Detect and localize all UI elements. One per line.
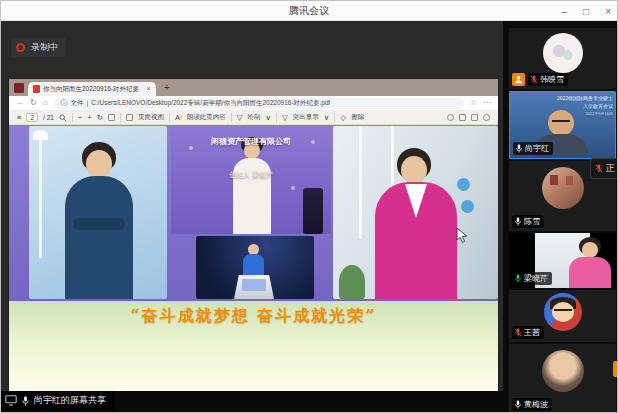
participant-tile-1[interactable]: 韩映雪 [509,28,616,89]
print-icon[interactable] [471,114,478,121]
zoom-out-icon[interactable]: − [78,114,82,122]
participants-sidebar[interactable]: 韩映雪 2022级国际商务专业硕士 入学教育会议 2022年9月16日 尚宇红 [503,21,617,412]
participant-name: 黄梅波 [524,399,548,410]
window-title: 腾讯会议 [1,1,617,21]
mute-tooltip: 正 [590,158,617,179]
avatar [542,167,584,209]
company-caption: 闲猫资产管理有限公司 [171,136,331,147]
erase-icon[interactable]: ◇ [340,114,346,122]
read-aloud-icon[interactable]: A⁾ [175,114,182,122]
tooltip-text: 正 [606,162,615,175]
zoom-in-icon[interactable]: + [87,114,91,122]
info-icon[interactable]: ⓘ [61,98,68,108]
refresh-icon[interactable]: ↻ [30,99,37,107]
mic-on-icon [515,144,523,153]
mic-speaking-icon [514,274,522,283]
url-scheme: 文件 [71,99,84,108]
draw-icon[interactable]: ▽ [237,114,243,122]
tab-title: 你当向阳而生20220916-对外纪要 [43,85,143,94]
photo-tv-show-podium [196,236,314,299]
screen-share-icon [5,395,17,406]
highlight-icon[interactable]: ▽ [282,114,288,122]
page-number-input[interactable]: 2 [26,113,38,122]
participant-tile-4[interactable]: 梁晓芹 [509,233,616,288]
mic-icon [21,396,30,406]
erase-label[interactable]: 擦除 [351,113,364,122]
participant-tile-5[interactable]: 王茜 [509,290,616,342]
host-badge-icon [512,73,525,86]
tab-close-icon[interactable]: × [146,85,151,93]
mic-muted-icon [530,75,538,84]
hand-tool-icon[interactable] [447,114,454,121]
participant-name: 陈雪 [524,216,540,227]
mic-on-icon [514,400,522,409]
participant-tile-6[interactable]: 黄梅波 [509,344,616,413]
participant-name: 梁晓芹 [524,273,548,284]
recording-label: 录制中 [31,41,58,54]
mic-on-icon [514,217,522,226]
virtual-bg-line2: 入学教育会议 [510,103,613,109]
browser-address-bar: ← ↻ ⌂ ⓘ 文件 | C:/Users/LENOVO/Desktop/202… [9,96,498,111]
maximize-button[interactable]: □ [583,6,589,17]
page-total-label: / 21 [43,114,54,121]
mic-muted-icon [514,328,522,337]
participant-name: 尚宇红 [525,143,549,154]
thumbnails-menu-icon[interactable]: ≡ [17,114,21,122]
draw-chevron-icon[interactable]: ∨ [266,114,272,122]
browser-menu-icon[interactable]: ⋯ [483,99,491,107]
pdf-page: 闲猫资产管理有限公司 创始人 梁晓芹 [9,125,498,393]
url-path: C:/Users/LENOVO/Desktop/2022专辑/新学期/你当向阳而… [91,99,330,108]
page-view-label[interactable]: 页面视图 [138,113,164,122]
rotate-icon[interactable]: ↻ [97,114,103,122]
page-view-icon[interactable] [126,114,133,121]
meeting-window: 腾讯会议 – □ × 录制中 你当向阳而生20220916-对外纪要 × + [0,0,618,413]
mouse-cursor [456,227,469,244]
fit-page-icon[interactable] [108,114,115,121]
avatar [544,293,582,331]
share-banner-label: 尚宇红的屏幕共享 [34,394,106,407]
minimize-button[interactable]: – [562,6,568,17]
shared-browser-window: 你当向阳而生20220916-对外纪要 × + ← ↻ ⌂ ⓘ 文件 | C:/… [9,79,498,393]
search-icon[interactable] [59,114,67,122]
mic-muted-icon [595,164,603,173]
close-button[interactable]: × [605,6,611,17]
avatar [543,33,583,73]
notification-sliver [613,361,617,377]
participant-name: 韩映雪 [540,74,564,85]
camera-tripod-silhouette [303,188,323,234]
read-aloud-label[interactable]: 朗读此页内容 [187,113,226,122]
founder-caption: 创始人 梁晓芹 [171,170,331,180]
browser-tab[interactable]: 你当向阳而生20220916-对外纪要 × [28,82,156,96]
url-separator: | [87,100,89,107]
pdf-file-icon [33,85,40,93]
recording-indicator: 录制中 [11,38,66,57]
highlight-label[interactable]: 突出显示 [293,113,319,122]
participant-tile-2-active[interactable]: 2022级国际商务专业硕士 入学教育会议 2022年9月16日 尚宇红 [509,91,616,159]
pdf-toolbar: ≡ 2 / 21 − + ↻ 页面视图 A⁾ 朗读此页内容 ▽ 绘制 ∨ [9,111,498,125]
photo-speaker-on-stage: 闲猫资产管理有限公司 创始人 梁晓芹 [171,126,331,234]
more-tools-icon[interactable] [483,114,490,121]
url-field[interactable]: ⓘ 文件 | C:/Users/LENOVO/Desktop/2022专辑/新学… [54,98,464,109]
save-icon[interactable] [459,114,466,121]
avatar [542,350,584,392]
draw-label[interactable]: 绘制 [248,113,261,122]
virtual-bg-line1: 2022级国际商务专业硕士 [510,95,613,101]
new-tab-button[interactable]: + [164,83,170,93]
photo-woman-pink-blazer [333,126,498,299]
photo-woman-blue-dress [29,126,167,299]
browser-tab-strip: 你当向阳而生20220916-对外纪要 × + [9,79,498,96]
back-icon[interactable]: ← [16,99,24,107]
participant-name: 王茜 [524,327,540,338]
favorite-star-icon[interactable]: ☆ [470,99,477,107]
home-icon[interactable]: ⌂ [43,99,48,107]
screen-share-banner: 尚宇红的屏幕共享 [1,391,115,410]
highlight-chevron-icon[interactable]: ∨ [324,114,330,122]
record-icon [16,43,25,52]
browser-logo-icon [14,83,24,93]
slide-quote: “奋斗成就梦想 奋斗成就光荣” [9,306,498,327]
title-bar: 腾讯会议 – □ × [1,1,617,21]
shared-screen-stage: 录制中 你当向阳而生20220916-对外纪要 × + ← ↻ ⌂ ⓘ 文件 [1,21,503,412]
